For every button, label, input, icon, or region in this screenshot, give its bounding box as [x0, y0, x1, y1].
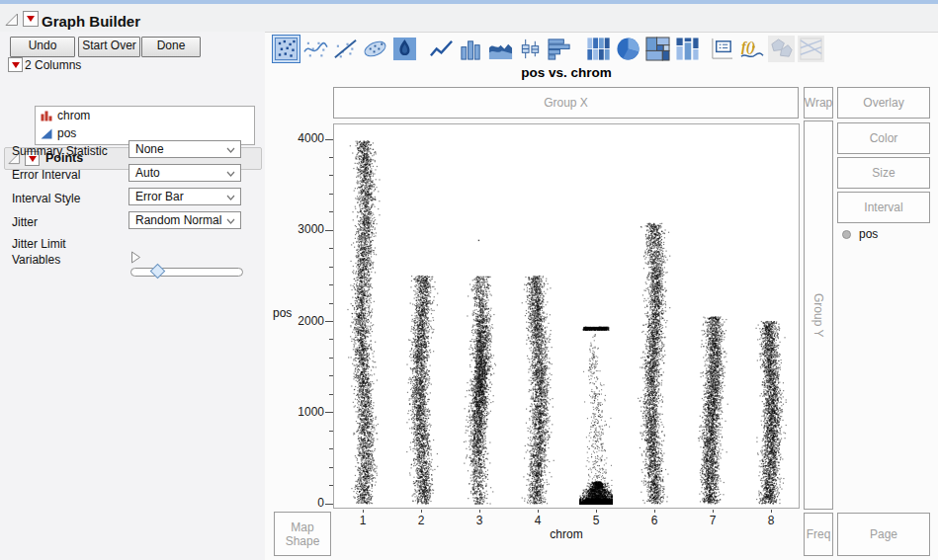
- zone-interval[interactable]: Interval: [837, 192, 930, 223]
- pie-chart-icon[interactable]: [615, 36, 641, 62]
- toolbar-group-categorical: [585, 36, 701, 62]
- caption-box-icon[interactable]: [709, 36, 735, 62]
- columns-red-triangle-button[interactable]: [8, 57, 23, 72]
- x-tick-label: 2: [409, 514, 433, 527]
- interval-style-value: Error Bar: [135, 190, 184, 203]
- y-minor-tick-mark: [329, 267, 333, 268]
- summary-statistic-value: None: [135, 142, 164, 156]
- done-button[interactable]: Done: [141, 37, 201, 57]
- x-tick-label: 4: [526, 514, 550, 527]
- y-tick-label: 0: [283, 496, 324, 510]
- y-tick-mark: [325, 230, 333, 231]
- y-minor-tick-mark: [329, 303, 333, 304]
- error-interval-value: Auto: [135, 166, 160, 180]
- y-minor-tick-mark: [329, 358, 333, 359]
- line-of-fit-chart-icon[interactable]: [332, 36, 359, 62]
- y-minor-tick-mark: [329, 485, 333, 486]
- interval-style-select[interactable]: Error Bar: [128, 188, 241, 205]
- zone-wrap[interactable]: Wrap: [804, 87, 833, 119]
- y-tick-mark: [325, 412, 333, 413]
- summary-statistic-select[interactable]: None: [128, 140, 241, 158]
- variable-label: chrom: [57, 109, 90, 122]
- chevron-down-icon: [226, 195, 235, 200]
- summary-statistic-label: Summary Statistic: [12, 144, 108, 158]
- contour-chart-icon[interactable]: [391, 36, 418, 62]
- y-minor-tick-mark: [329, 431, 333, 432]
- variables-label: Variables: [12, 253, 60, 267]
- zone-group-x[interactable]: Group X: [333, 87, 799, 119]
- map-shapes-icon: [768, 36, 795, 62]
- chevron-down-icon: [226, 147, 235, 153]
- zone-page[interactable]: Page: [837, 513, 930, 556]
- disclosure-open-icon[interactable]: [5, 13, 19, 27]
- heatmap-chart-icon[interactable]: [585, 36, 612, 62]
- y-minor-tick-mark: [329, 175, 333, 176]
- y-tick-mark: [325, 504, 333, 505]
- legend-item-pos[interactable]: pos: [842, 227, 878, 241]
- y-tick-label: 1000: [283, 405, 324, 419]
- error-interval-select[interactable]: Auto: [128, 164, 241, 182]
- scatter-plot-canvas[interactable]: [334, 124, 799, 508]
- y-minor-tick-mark: [329, 211, 333, 212]
- y-tick-mark: [325, 139, 333, 140]
- toolbar-group-disabled: [768, 36, 824, 62]
- zone-overlay[interactable]: Overlay: [837, 87, 930, 119]
- zone-freq[interactable]: Freq: [804, 513, 833, 556]
- mosaic-chart-icon[interactable]: [674, 36, 701, 62]
- chevron-down-icon: [226, 171, 235, 177]
- jitter-label: Jitter: [12, 215, 38, 229]
- parallel-plot-icon: [798, 36, 824, 62]
- zone-map-shape[interactable]: Map Shape: [274, 512, 331, 556]
- x-tick-mark: [654, 510, 655, 513]
- ellipse-chart-icon[interactable]: [362, 36, 388, 62]
- zone-color[interactable]: Color: [837, 122, 930, 154]
- variable-item-chrom[interactable]: chrom: [36, 107, 254, 124]
- bar-chart-icon[interactable]: [458, 36, 484, 62]
- interval-style-label: Interval Style: [12, 192, 80, 205]
- y-minor-tick-mark: [329, 284, 333, 285]
- smoother-chart-icon[interactable]: [302, 36, 329, 62]
- x-tick-mark: [771, 510, 772, 513]
- y-tick-label: 2000: [283, 314, 324, 328]
- variables-list: chrom pos: [35, 106, 255, 145]
- zone-group-y[interactable]: Group Y: [804, 120, 833, 510]
- nominal-red-bars-icon: [41, 110, 52, 121]
- variable-label: pos: [57, 126, 76, 140]
- histogram-chart-icon[interactable]: [547, 36, 573, 62]
- title-bar: Graph Builder: [0, 4, 938, 33]
- y-tick-mark: [325, 321, 333, 322]
- area-chart-icon[interactable]: [487, 36, 514, 62]
- graph-title[interactable]: pos vs. chrom: [333, 65, 800, 80]
- formula-icon[interactable]: f(): [738, 36, 765, 62]
- points-chart-icon[interactable]: [273, 36, 299, 62]
- x-tick-mark: [421, 510, 422, 513]
- chevron-down-icon: [226, 218, 235, 224]
- x-axis-label[interactable]: chrom: [333, 527, 800, 541]
- y-minor-tick-mark: [329, 375, 333, 376]
- y-minor-tick-mark: [329, 448, 333, 449]
- toolbar-group-points: [273, 36, 418, 62]
- toolbar-group-annotate: f(): [709, 36, 765, 62]
- continuous-blue-triangle-icon: [41, 127, 52, 139]
- zone-size[interactable]: Size: [837, 157, 930, 189]
- start-over-button[interactable]: Start Over: [78, 37, 140, 57]
- jitter-select[interactable]: Random Normal: [128, 211, 241, 229]
- box-plot-chart-icon[interactable]: [517, 36, 544, 62]
- jitter-limit-slider[interactable]: [130, 268, 243, 277]
- line-chart-icon[interactable]: [428, 36, 455, 62]
- treemap-chart-icon[interactable]: [644, 36, 671, 62]
- jitter-value: Random Normal: [135, 213, 221, 227]
- disclosure-closed-icon[interactable]: [130, 251, 141, 264]
- x-tick-label: 8: [759, 514, 783, 527]
- y-minor-tick-mark: [329, 467, 333, 468]
- page-title: Graph Builder: [42, 13, 140, 30]
- y-minor-tick-mark: [329, 248, 333, 249]
- jitter-limit-slider-thumb[interactable]: [150, 264, 166, 280]
- x-tick-mark: [479, 510, 480, 513]
- y-tick-label: 3000: [283, 222, 324, 236]
- undo-button[interactable]: Undo: [10, 37, 75, 57]
- red-triangle-menu-button[interactable]: [23, 11, 39, 27]
- jitter-limit-label: Jitter Limit: [12, 237, 66, 251]
- x-tick-mark: [538, 510, 539, 513]
- x-tick-mark: [596, 510, 597, 513]
